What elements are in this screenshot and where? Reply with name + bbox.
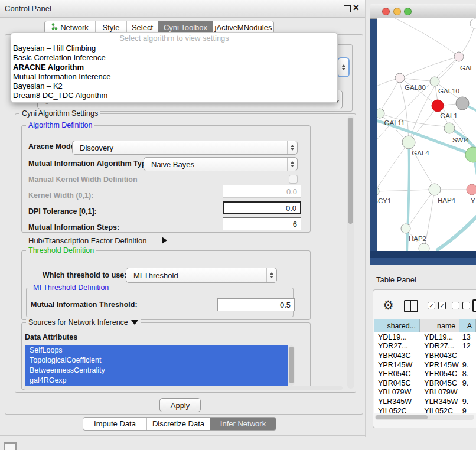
screen: Control Panel ✕ NetworkStyleSelectCyni T… — [0, 0, 476, 450]
mi-threshold-field[interactable]: 0.5 — [217, 298, 295, 311]
table-cell: YER054C — [419, 370, 460, 378]
network-node[interactable] — [465, 147, 476, 162]
minimized-panel-icon[interactable] — [4, 442, 17, 450]
which-threshold-combo[interactable]: MI Threshold — [126, 268, 277, 283]
network-node[interactable] — [377, 187, 379, 196]
table-row[interactable]: YLR345WYLR345W9. — [374, 397, 476, 406]
mi-steps-field[interactable]: 6 — [223, 217, 301, 230]
algorithm-option[interactable]: Mutual Information Inference — [11, 72, 337, 81]
network-node[interactable] — [419, 243, 429, 251]
table-row[interactable]: YBR043CYBR043C — [374, 351, 476, 360]
table-row[interactable]: YBL079WYBL079W — [374, 388, 476, 397]
attr-list-scrollbar-thumb[interactable] — [289, 347, 294, 383]
data-attributes-list[interactable]: SelfLoopsTopologicalCoefficientBetweenne… — [25, 345, 288, 386]
tab-jactivemnodules[interactable]: jActiveMNodules — [213, 21, 273, 33]
apply-button[interactable]: Apply — [159, 398, 201, 412]
table-row[interactable]: YER054CYER054C8. — [374, 369, 476, 379]
network-node[interactable] — [444, 123, 455, 133]
combo-spinner-icon — [287, 158, 297, 171]
network-node[interactable] — [429, 184, 441, 195]
aracne-mode-value: Discovery — [73, 144, 287, 152]
network-view: GALGAL80GAL10GAL1GAL11SWI4GAL4GCY1HAP4YH… — [377, 18, 476, 251]
collapse-arrow-icon[interactable] — [131, 320, 138, 325]
network-node-label: GAL10 — [438, 87, 459, 94]
tab-discretize-data[interactable]: Discretize Data — [147, 418, 210, 430]
file-icon[interactable] — [472, 299, 476, 312]
data-attribute-item[interactable]: SelfLoops — [25, 345, 288, 356]
tab-select[interactable]: Select — [127, 21, 158, 33]
mi-algorithm-type-label: Mutual Information Algorithm Type: — [28, 159, 152, 168]
control-panel-title: Control Panel — [5, 4, 51, 13]
column-selector-icon[interactable] — [404, 300, 418, 312]
column-header-shared-[interactable]: shared... — [374, 319, 420, 332]
data-attribute-item[interactable]: gal4RGexp — [25, 376, 288, 386]
control-panel-titlebar — [0, 0, 366, 18]
network-node[interactable] — [430, 77, 439, 86]
network-node-label: GAL1 — [440, 112, 457, 119]
table-cell: YBR043C — [374, 351, 419, 360]
settings-scrollbar-thumb[interactable] — [348, 118, 353, 224]
table-row[interactable]: YBR045CYBR045C9. — [374, 379, 476, 388]
table-cell: YBR045C — [374, 379, 419, 387]
data-attribute-item[interactable]: TopologicalCoefficient — [25, 356, 288, 366]
tab-network[interactable]: Network — [45, 21, 96, 33]
gear-icon[interactable]: ⚙ — [383, 299, 394, 311]
hub-definition-label[interactable]: Hub/Transcription Factor Definition — [28, 236, 146, 245]
table-panel-title: Table Panel — [376, 275, 416, 284]
float-window-icon[interactable] — [344, 5, 351, 12]
algorithm-combo-spinner[interactable] — [337, 57, 350, 77]
network-node[interactable] — [470, 19, 476, 28]
table-cell: YLR345W — [419, 397, 460, 406]
network-node-label: HAP4 — [438, 197, 456, 204]
network-node[interactable] — [395, 73, 405, 83]
table-row[interactable]: YDR27...YDR27...12 — [374, 342, 476, 351]
combo-spinner-icon — [266, 268, 276, 282]
kernel-width-field[interactable]: 0.0 — [223, 185, 301, 198]
mi-steps-label: Mutual Information Steps: — [28, 223, 119, 231]
table-row[interactable]: YDL19...YDL19...13 — [374, 332, 476, 342]
algorithm-option[interactable]: Basic Correlation Inference — [11, 53, 337, 63]
tab-cyni-toolbox[interactable]: Cyni Toolbox — [158, 21, 213, 33]
network-node[interactable] — [432, 100, 444, 112]
table-row[interactable]: YIL052CYIL052C9 — [374, 406, 476, 413]
close-icon[interactable]: ✕ — [353, 3, 360, 12]
algorithm-option[interactable]: Bayesian – K2 — [11, 81, 337, 91]
algorithm-option[interactable]: Bayesian – Hill Climbing — [11, 44, 337, 53]
mi-algorithm-type-combo[interactable]: Naive Bayes — [144, 157, 298, 171]
aracne-mode-label: Aracne Mode: — [28, 142, 77, 151]
column-header-name[interactable]: name — [420, 319, 459, 332]
expand-arrow-icon[interactable] — [162, 237, 167, 244]
algorithm-option[interactable]: Dream8 DC_TDC Algorithm — [11, 91, 337, 100]
attr-list-hscrollbar[interactable] — [24, 386, 343, 390]
close-traffic-light-icon[interactable] — [382, 8, 390, 15]
manual-kernel-width-checkbox[interactable] — [289, 175, 298, 184]
network-node[interactable] — [454, 52, 464, 61]
tab-impute-data[interactable]: Impute Data — [83, 418, 147, 430]
network-node[interactable] — [456, 97, 469, 110]
algorithm-option[interactable]: ARACNE Algorithm — [11, 63, 337, 72]
network-node[interactable] — [467, 184, 476, 195]
table-cell: YIL052C — [419, 407, 460, 413]
unchecked-boxes-icon[interactable] — [452, 302, 470, 309]
network-node[interactable] — [401, 224, 410, 233]
data-attribute-item[interactable]: BetweennessCentrality — [25, 366, 288, 376]
network-node[interactable] — [377, 109, 384, 118]
tab-infer-network[interactable]: Infer Network — [210, 418, 276, 430]
network-node[interactable] — [402, 136, 415, 149]
zoom-traffic-light-icon[interactable] — [404, 8, 412, 15]
table-cell: YBL079W — [419, 388, 460, 396]
tab-style[interactable]: Style — [96, 21, 127, 33]
tab-label: Style — [103, 23, 120, 32]
network-edge — [409, 190, 435, 225]
minimize-traffic-light-icon[interactable] — [393, 8, 401, 15]
table-row[interactable]: YPR145WYPR145W9. — [374, 360, 476, 370]
checked-boxes-icon[interactable]: ✓✓ — [428, 302, 446, 309]
column-header-a[interactable]: A — [459, 319, 476, 332]
dpi-tolerance-field[interactable]: 0.0 — [223, 201, 301, 214]
network-edge-highlighted — [438, 213, 476, 250]
aracne-mode-combo[interactable]: Discovery — [72, 141, 298, 155]
table-hscrollbar-thumb[interactable] — [376, 415, 428, 419]
network-window-titlebar[interactable] — [370, 4, 476, 19]
table-cell: YDL19... — [419, 333, 460, 341]
network-node-label: GAL80 — [405, 84, 426, 91]
